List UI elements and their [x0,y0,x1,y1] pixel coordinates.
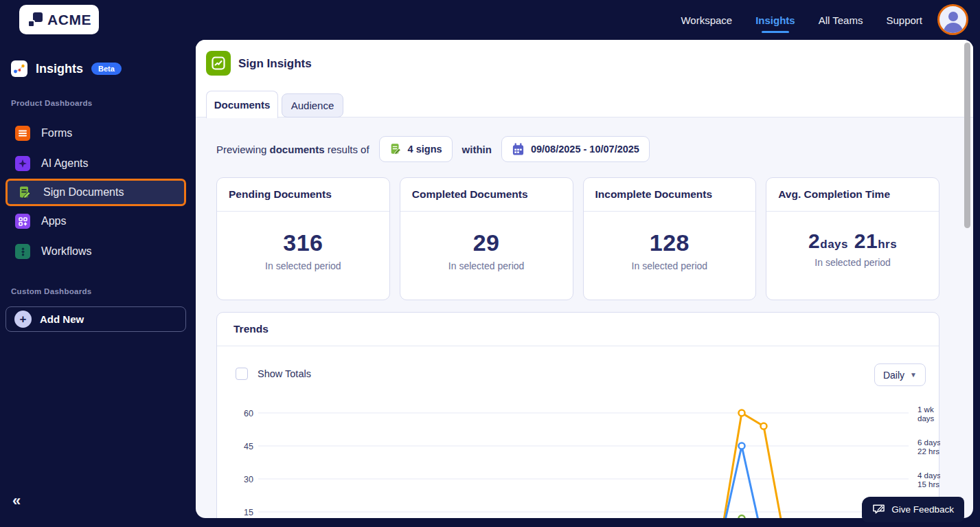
sidebar-item-label: Forms [41,127,72,139]
sign-document-chip-icon [389,143,402,155]
interval-select[interactable]: Daily ▼ [874,363,926,386]
right-axis-label: 22 hrs [918,447,939,456]
nav-link-insights[interactable]: Insights [755,14,795,26]
page-title: Sign Insights [238,57,312,71]
stat-card-subtitle: In selected period [766,257,939,268]
right-axis-label: 6 days [918,438,940,447]
sign-insights-icon [206,51,231,76]
date-range-chip[interactable]: 09/08/2025 - 10/07/2025 [501,136,650,162]
sidebar-item-label: AI Agents [41,157,89,170]
user-avatar[interactable] [937,4,968,35]
stat-cards-row: Pending Documents 316 In selected period… [216,177,939,300]
within-label: within [462,144,492,155]
stat-card-value: 2days 21hrs [766,229,939,253]
right-axis-label: 15 hrs [918,480,939,489]
date-range-label: 09/08/2025 - 10/07/2025 [531,144,639,155]
feedback-icon [872,504,885,515]
add-new-label: Add New [40,313,84,325]
trends-chart: 604530151 wkdays6 days22 hrs4 days15 hrs [227,399,940,518]
tab-audience[interactable]: Audience [282,93,343,117]
insights-app-icon [11,60,27,77]
nav-link-support[interactable]: Support [886,14,922,26]
filter-row: Previewing documents results of 4 signs … [216,136,650,162]
interval-select-value: Daily [883,370,904,381]
collapse-sidebar-button[interactable]: « [12,492,21,510]
right-axis-label: 4 days [918,471,940,480]
signs-filter-chip[interactable]: 4 signs [379,136,453,162]
sidebar-menu: Forms AI Agents Sign Documents Apps [0,118,196,267]
sidebar-app-header[interactable]: Insights Beta [11,60,122,77]
left-axis-tick: 60 [244,409,253,418]
show-totals-control: Show Totals [236,368,311,380]
acme-logo-text: ACME [47,12,91,28]
stat-card-title: Completed Documents [400,178,573,212]
left-axis-tick: 30 [244,475,253,484]
trends-title: Trends [217,313,939,346]
add-new-button[interactable]: + Add New [5,306,186,332]
sidebar-item-sign-documents[interactable]: Sign Documents [5,179,186,206]
nav-link-all-teams[interactable]: All Teams [819,14,863,26]
top-navbar: ACME Workspace Insights All Teams Suppor… [0,0,980,40]
stat-card-completed-documents: Completed Documents 29 In selected perio… [400,177,573,300]
sidebar-item-label: Sign Documents [43,186,124,199]
sidebar-item-ai-agents[interactable]: AI Agents [0,148,196,179]
show-totals-checkbox[interactable] [236,368,248,380]
orange-series-marker [739,410,745,416]
right-axis-label: 1 wk [918,405,934,414]
chevron-down-icon: ▼ [910,371,917,379]
stat-card-value: 128 [584,229,756,256]
show-totals-label: Show Totals [258,368,311,379]
give-feedback-button[interactable]: Give Feedback [862,497,964,522]
acme-logo-icon [27,12,43,28]
stat-card-title: Avg. Completion Time [766,178,939,212]
right-axis-label: days [918,414,935,423]
trends-card: Trends Show Totals Daily ▼ 604530151 wkd… [216,312,939,518]
beta-badge: Beta [91,63,122,75]
filter-description: Previewing documents results of [216,144,369,155]
person-icon [948,12,958,21]
green-series-marker [739,515,745,518]
stat-card-subtitle: In selected period [217,260,389,271]
blue-series-marker [739,443,745,449]
stat-card-subtitle: In selected period [584,260,756,271]
sidebar-item-label: Apps [41,215,66,227]
forms-icon [15,126,30,141]
left-axis-tick: 45 [244,442,253,451]
active-nav-underline [762,31,789,33]
sidebar-item-forms[interactable]: Forms [0,118,196,148]
left-axis-tick: 15 [244,508,253,517]
stat-card-title: Pending Documents [217,178,389,212]
apps-icon [15,214,30,229]
nav-link-workspace[interactable]: Workspace [681,14,732,26]
stat-card-title: Incomplete Documents [584,178,756,212]
vertical-scrollbar-thumb[interactable] [964,43,970,228]
sidebar-item-label: Workflows [41,245,92,258]
acme-logo[interactable]: ACME [19,5,99,34]
give-feedback-label: Give Feedback [891,504,954,515]
sidebar: Insights Beta Product Dashboards Forms A… [0,40,196,527]
stat-card-avg-completion-time: Avg. Completion Time 2days 21hrs In sele… [766,177,939,300]
sidebar-app-title: Insights [36,62,83,76]
stat-card-pending-documents: Pending Documents 316 In selected period [216,177,390,300]
nav-links: Workspace Insights All Teams Support [681,0,922,40]
sign-documents-icon [17,185,32,200]
main-panel: Sign Insights Documents Audience Preview… [196,40,973,518]
ai-agents-icon [15,156,30,171]
stat-card-incomplete-documents: Incomplete Documents 128 In selected per… [583,177,757,300]
section-label-product-dashboards: Product Dashboards [11,99,93,107]
stat-card-value: 29 [400,229,573,256]
plus-circle-icon: + [14,311,32,328]
sidebar-item-apps[interactable]: Apps [0,206,196,236]
page-header: Sign Insights Documents Audience [196,40,973,117]
calendar-icon [512,143,525,156]
signs-chip-label: 4 signs [408,144,442,155]
stat-card-value: 316 [217,229,389,256]
stat-card-subtitle: In selected period [400,260,573,271]
workflows-icon [15,244,30,259]
section-label-custom-dashboards: Custom Dashboards [11,287,92,295]
orange-series-marker [761,423,767,429]
sidebar-item-workflows[interactable]: Workflows [0,236,196,267]
tab-documents[interactable]: Documents [206,91,278,118]
